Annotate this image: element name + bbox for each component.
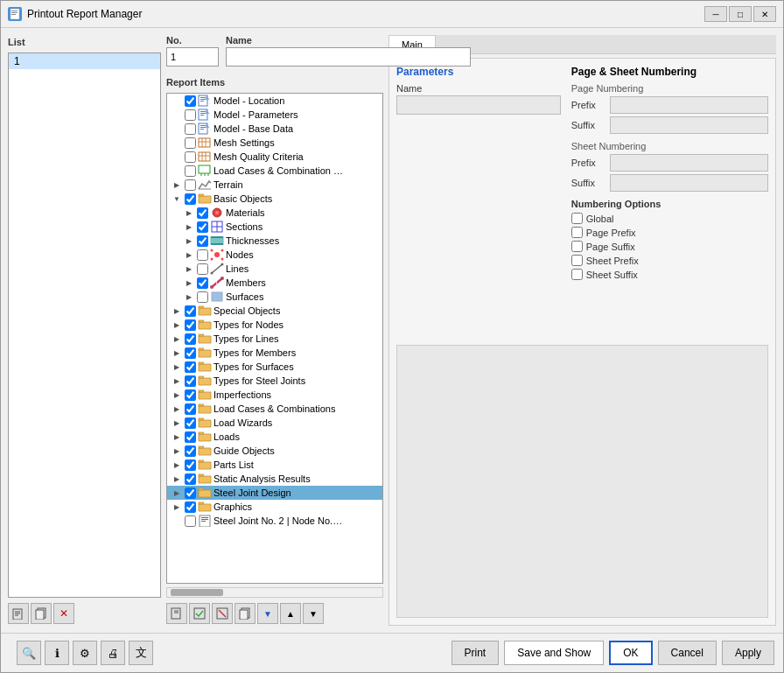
copy-item-button[interactable] [234,603,256,624]
print-button[interactable]: Print [452,641,500,665]
tree-expand-arrow-22[interactable]: ▶ [171,405,183,413]
tree-checkbox-19[interactable] [185,361,196,373]
tree-checkbox-20[interactable] [185,375,196,387]
tree-item-16[interactable]: ▶Types for Nodes [167,318,382,332]
tree-item-2[interactable]: Model - Base Data [167,122,382,136]
tree-item-22[interactable]: ▶Load Cases & Combinations [167,402,382,416]
tree-item-14[interactable]: ▶Surfaces [167,290,382,304]
tree-item-5[interactable]: Load Cases & Combination Settings [167,164,382,178]
close-button[interactable]: ✕ [753,6,776,22]
cancel-button[interactable]: Cancel [658,641,717,665]
tree-item-8[interactable]: ▶Materials [167,206,382,220]
tree-item-25[interactable]: ▶Guide Objects [167,444,382,458]
option-checkbox-2[interactable] [571,241,583,252]
ok-button[interactable]: OK [609,641,652,665]
tree-checkbox-29[interactable] [185,501,196,513]
info-bottom-button[interactable]: ℹ [45,641,69,665]
tree-checkbox-14[interactable] [197,291,208,303]
tree-checkbox-23[interactable] [185,417,196,429]
tree-checkbox-6[interactable] [185,179,196,191]
tree-checkbox-15[interactable] [185,305,196,317]
tree-expand-arrow-12[interactable]: ▶ [183,265,195,273]
tree-expand-arrow-27[interactable]: ▶ [171,475,183,483]
tree-expand-arrow-10[interactable]: ▶ [183,237,195,245]
save-and-show-button[interactable]: Save and Show [504,641,604,665]
new-item-button[interactable] [166,603,187,624]
tree-item-26[interactable]: ▶Parts List [167,458,382,472]
tree-checkbox-3[interactable] [185,137,196,149]
tree-item-17[interactable]: ▶Types for Lines [167,332,382,346]
option-checkbox-3[interactable] [571,255,583,266]
tree-item-11[interactable]: ▶Nodes [167,248,382,262]
tree-checkbox-1[interactable] [185,109,196,121]
tree-item-18[interactable]: ▶Types for Members [167,346,382,360]
name-input[interactable] [226,47,471,67]
tree-item-29[interactable]: ▶Graphics [167,500,382,514]
tree-item-6[interactable]: ▶Terrain [167,178,382,192]
tree-item-7[interactable]: ▼Basic Objects [167,192,382,206]
tree-item-15[interactable]: ▶Special Objects [167,304,382,318]
tree-item-0[interactable]: Model - Location [167,94,382,108]
tree-checkbox-30[interactable] [185,515,196,527]
tree-expand-arrow-26[interactable]: ▶ [171,461,183,469]
tree-item-9[interactable]: ▶Sections [167,220,382,234]
tree-item-13[interactable]: ▶IMembers [167,276,382,290]
tree-item-19[interactable]: ▶Types for Surfaces [167,360,382,374]
tree-item-12[interactable]: ▶Lines [167,262,382,276]
tree-item-23[interactable]: ▶Load Wizards [167,416,382,430]
sheet-suffix-input[interactable] [610,174,768,192]
move-up-button[interactable]: ▲ [280,603,301,624]
tree-checkbox-22[interactable] [185,403,196,415]
copy-list-button[interactable] [31,603,52,624]
minimize-button[interactable]: ─ [704,6,727,22]
tree-expand-arrow-11[interactable]: ▶ [183,251,195,259]
tree-checkbox-16[interactable] [185,319,196,331]
tree-checkbox-9[interactable] [197,221,208,233]
tree-checkbox-2[interactable] [185,123,196,135]
tree-checkbox-28[interactable] [185,487,196,499]
page-suffix-input[interactable] [610,116,768,134]
tree-checkbox-4[interactable] [185,151,196,163]
tree-expand-arrow-16[interactable]: ▶ [171,321,183,329]
tree-checkbox-24[interactable] [185,431,196,443]
tree-checkbox-25[interactable] [185,445,196,457]
tree-expand-arrow-14[interactable]: ▶ [183,293,195,301]
report-tree[interactable]: Model - LocationModel - ParametersModel … [166,93,383,584]
tree-checkbox-17[interactable] [185,333,196,345]
tree-expand-arrow-29[interactable]: ▶ [171,503,183,511]
tree-checkbox-5[interactable] [185,165,196,177]
apply-button[interactable]: Apply [722,641,774,665]
tree-expand-arrow-28[interactable]: ▶ [171,489,183,497]
tree-checkbox-12[interactable] [197,263,208,275]
tree-checkbox-18[interactable] [185,347,196,359]
tree-item-1[interactable]: Model - Parameters [167,108,382,122]
list-item[interactable]: 1 [9,53,160,69]
tree-checkbox-11[interactable] [197,249,208,261]
tree-checkbox-13[interactable] [197,277,208,289]
search-bottom-button[interactable]: 🔍 [17,641,41,665]
tree-item-10[interactable]: ▶Thicknesses [167,234,382,248]
check-all-button[interactable] [189,603,210,624]
maximize-button[interactable]: □ [729,6,752,22]
tree-checkbox-8[interactable] [197,207,208,219]
translate-bottom-button[interactable]: 文 [129,641,153,665]
uncheck-all-button[interactable] [212,603,233,624]
tree-expand-arrow-19[interactable]: ▶ [171,363,183,371]
tree-item-20[interactable]: ▶Types for Steel Joints [167,374,382,388]
no-input[interactable] [166,47,219,67]
name-param-input[interactable] [396,95,561,115]
tree-checkbox-7[interactable] [185,193,196,205]
tree-expand-arrow-6[interactable]: ▶ [171,181,183,189]
option-checkbox-1[interactable] [571,227,583,238]
tree-item-27[interactable]: ▶Static Analysis Results [167,472,382,486]
tree-expand-arrow-18[interactable]: ▶ [171,349,183,357]
tree-checkbox-27[interactable] [185,473,196,485]
page-prefix-input[interactable] [610,96,768,114]
tree-item-28[interactable]: ▶Steel Joint Design [167,486,382,500]
tree-checkbox-0[interactable] [185,95,196,107]
tree-checkbox-10[interactable] [197,235,208,247]
sheet-prefix-input[interactable] [610,154,768,172]
tree-checkbox-26[interactable] [185,459,196,471]
tree-expand-arrow-24[interactable]: ▶ [171,433,183,441]
tree-expand-arrow-21[interactable]: ▶ [171,391,183,399]
